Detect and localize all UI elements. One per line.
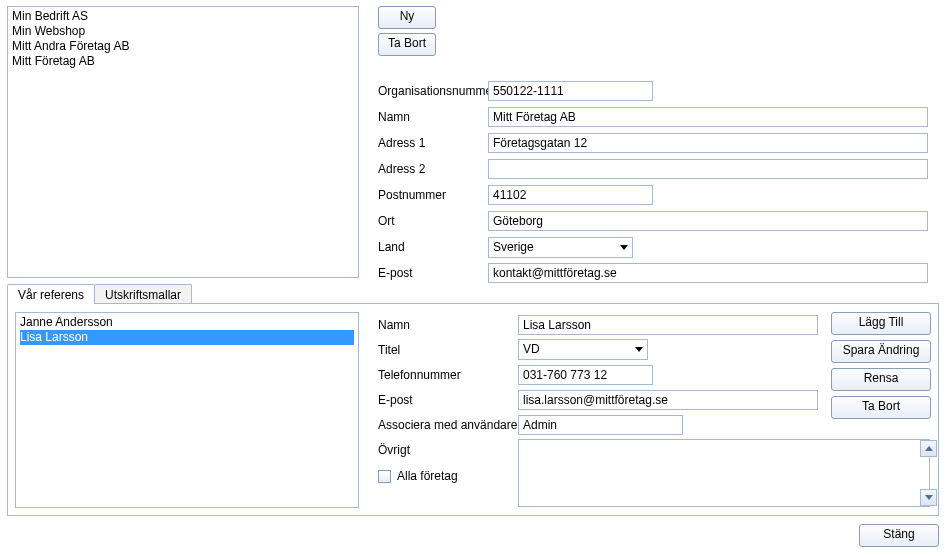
list-item[interactable]: Min Webshop bbox=[12, 24, 354, 39]
ref-associera-input[interactable] bbox=[518, 415, 683, 435]
alla-foretag-checkbox[interactable]: Alla företag bbox=[378, 469, 458, 483]
chevron-down-icon bbox=[925, 495, 933, 500]
adress1-label: Adress 1 bbox=[378, 136, 488, 150]
tab-panel: Janne Andersson Lisa Larsson Namn Titel … bbox=[7, 303, 939, 516]
close-button[interactable]: Stäng bbox=[859, 524, 939, 547]
epost-input[interactable] bbox=[488, 263, 928, 283]
new-button[interactable]: Ny bbox=[378, 6, 436, 29]
ref-namn-input[interactable] bbox=[518, 315, 818, 335]
add-button[interactable]: Lägg Till bbox=[831, 312, 931, 335]
land-select[interactable]: Sverige bbox=[488, 237, 633, 258]
ref-delete-button[interactable]: Ta Bort bbox=[831, 396, 931, 419]
delete-button[interactable]: Ta Bort bbox=[378, 33, 436, 56]
list-item[interactable]: Mitt Andra Företag AB bbox=[12, 39, 354, 54]
orgnr-label: Organisationsnummer bbox=[378, 84, 488, 98]
postnummer-input[interactable] bbox=[488, 185, 653, 205]
ref-epost-label: E-post bbox=[378, 393, 518, 407]
namn-input[interactable] bbox=[488, 107, 928, 127]
tabstrip: Vår referens Utskriftsmallar bbox=[7, 284, 191, 304]
company-list[interactable]: Min Bedrift AS Min Webshop Mitt Andra Fö… bbox=[7, 6, 359, 278]
land-label: Land bbox=[378, 240, 488, 254]
orgnr-input[interactable] bbox=[488, 81, 653, 101]
list-item[interactable]: Min Bedrift AS bbox=[12, 9, 354, 24]
checkbox-icon bbox=[378, 470, 391, 483]
postnummer-label: Postnummer bbox=[378, 188, 488, 202]
chevron-up-icon bbox=[925, 446, 933, 451]
alla-foretag-label: Alla företag bbox=[397, 469, 458, 483]
scroll-down-button[interactable] bbox=[920, 489, 937, 506]
namn-label: Namn bbox=[378, 110, 488, 124]
tab-var-referens[interactable]: Vår referens bbox=[7, 284, 95, 304]
list-item[interactable]: Janne Andersson bbox=[20, 315, 354, 330]
save-change-button[interactable]: Spara Ändring bbox=[831, 340, 931, 363]
scroll-up-button[interactable] bbox=[920, 440, 937, 457]
adress2-label: Adress 2 bbox=[378, 162, 488, 176]
ref-namn-label: Namn bbox=[378, 318, 518, 332]
ort-input[interactable] bbox=[488, 211, 928, 231]
reference-list[interactable]: Janne Andersson Lisa Larsson bbox=[15, 312, 359, 508]
ref-ovrigt-textarea[interactable] bbox=[518, 439, 930, 507]
ref-telefon-input[interactable] bbox=[518, 365, 653, 385]
ref-epost-input[interactable] bbox=[518, 390, 818, 410]
ort-label: Ort bbox=[378, 214, 488, 228]
company-form: Organisationsnummer Namn Adress 1 Adress… bbox=[378, 78, 938, 286]
epost-label: E-post bbox=[378, 266, 488, 280]
clear-button[interactable]: Rensa bbox=[831, 368, 931, 391]
ref-titel-label: Titel bbox=[378, 343, 518, 357]
list-item[interactable]: Mitt Företag AB bbox=[12, 54, 354, 69]
ref-ovrigt-label: Övrigt bbox=[378, 443, 518, 457]
chevron-down-icon bbox=[620, 245, 628, 250]
ref-titel-select[interactable]: VD bbox=[518, 339, 648, 360]
chevron-down-icon bbox=[635, 347, 643, 352]
ref-associera-label: Associera med användare bbox=[378, 418, 518, 432]
ref-titel-value: VD bbox=[523, 342, 540, 356]
adress2-input[interactable] bbox=[488, 159, 928, 179]
land-select-value: Sverige bbox=[493, 240, 534, 254]
adress1-input[interactable] bbox=[488, 133, 928, 153]
ref-telefon-label: Telefonnummer bbox=[378, 368, 518, 382]
tab-utskriftsmallar[interactable]: Utskriftsmallar bbox=[94, 284, 192, 304]
list-item[interactable]: Lisa Larsson bbox=[20, 330, 354, 345]
reference-action-buttons: Lägg Till Spara Ändring Rensa Ta Bort bbox=[831, 312, 931, 424]
